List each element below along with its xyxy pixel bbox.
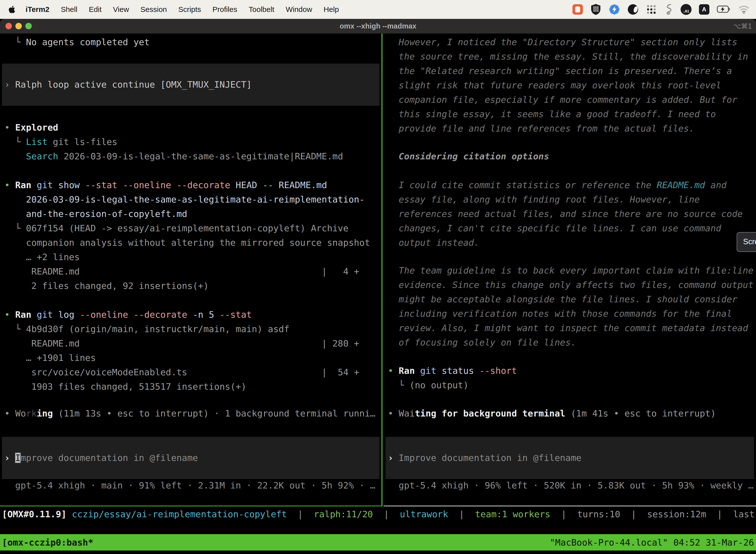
pie-icon[interactable] [628,4,638,15]
terminal-line: • Ran git status --short [388,364,756,378]
terminal-line: output instead. [388,235,756,250]
chat-icon[interactable] [572,4,583,15]
terminal-line: Considering citation options [388,149,756,164]
left-prompt-input[interactable]: › Improve documentation in @filename [2,437,379,479]
terminal-line: the "Related research writing" section i… [388,64,756,78]
terminal-line: └ No agents completed yet [4,35,381,49]
menu-item-edit[interactable]: Edit [83,5,107,14]
terminal-line: › Improve documentation in @filename [4,451,198,465]
terminal-line: src/voice/voiceModeEnabled.ts | 54 + [4,365,381,380]
terminal-line: README.md | 4 + [4,264,381,279]
tmux-session-label[interactable]: [omx-cczip0:bash* [2,537,93,548]
terminal-line: The team guideline is to back every impo… [388,263,756,278]
terminal-line: the source tree, missing the essay. Stil… [388,49,756,64]
terminal-line [4,293,381,308]
right-prompt-input[interactable]: › Improve documentation in @filename [385,437,754,479]
terminal-line: • Ran git show --stat --oneline --decora… [4,178,381,192]
terminal-area[interactable]: └ No agents completed yet › Ralph loop a… [0,34,756,554]
terminal-line: • Working (11m 13s • esc to interrupt) ·… [4,406,381,421]
terminal-line: └ (no output) [388,378,756,392]
right-prompt-text: › Improve documentation in @filename [388,451,581,465]
terminal-line: this single essay, it seems like a good … [388,107,756,121]
terminal-line: gpt-5.4 xhigh · 96% left · 520K in · 5.8… [388,478,756,493]
apple-menu-icon[interactable] [8,5,16,14]
menu-item-shell[interactable]: Shell [55,5,83,14]
terminal-line: including verification notes with those … [388,307,756,321]
terminal-line: companion analysis without altering the … [4,235,381,250]
right-model-status-line: gpt-5.4 xhigh · 96% left · 520K in · 5.8… [383,478,756,493]
menu-items: iTerm2ShellEditViewSessionScriptsProfile… [20,5,344,14]
dots-grid-icon[interactable] [646,4,657,15]
left-model-status-line: gpt-5.4 xhigh · main · 91% left · 2.31M … [0,478,381,493]
terminal-line: 2 files changed, 92 insertions(+) [4,279,381,293]
reasoning-paragraph-3: The team guideline is to back every impo… [383,263,756,350]
pane-divider[interactable] [381,34,382,506]
right-pane[interactable]: However, I noticed the "Directory Struct… [383,34,756,506]
ralph-loop-text: › Ralph loop active continue [OMX_TMUX_I… [4,77,252,92]
menu-item-scripts[interactable]: Scripts [173,5,207,14]
reasoning-paragraph-2: I could cite commit statistics or refere… [383,178,756,250]
menu-item-session[interactable]: Session [135,5,173,14]
terminal-line: • Waiting for background terminal (1m 41… [388,406,756,421]
waiting-status-line: • Waiting for background terminal (1m 41… [383,406,756,421]
squiggle-icon[interactable] [664,4,673,15]
left-pane-bottom-border [0,506,381,506]
reasoning-header: Considering citation options [383,149,756,164]
shield-grid-icon[interactable] [590,4,601,15]
menu-item-toolbelt[interactable]: Toolbelt [243,5,280,14]
terminal-line: However, I noticed the "Directory Struct… [388,35,756,49]
hexagon-bolt-icon[interactable] [609,4,620,15]
terminal-line: companion file, especially if more comme… [388,93,756,107]
title-bar[interactable]: omx --xhigh --madmax ⌥⌘1 [0,19,756,34]
left-pane[interactable]: └ No agents completed yet › Ralph loop a… [0,34,381,506]
menu-item-iterm2[interactable]: iTerm2 [20,5,55,14]
terminal-line: references need actual files, and since … [388,207,756,221]
menu-item-profiles[interactable]: Profiles [207,5,243,14]
terminal-line: [OMX#0.11.9] cczip/essay/ai-reimplementa… [2,507,756,521]
terminal-line: 1903 files changed, 513517 insertions(+) [4,380,381,394]
terminal-line: … +2 lines [4,250,381,264]
badge-61-icon[interactable]: ..61 [681,4,692,15]
terminal-line: slight risk that future readers may over… [388,78,756,93]
terminal-line: › Improve documentation in @filename [388,451,581,465]
tmux-host-clock: "MacBook-Pro-44.local" 04:52 31-Mar-26 [550,537,754,548]
ralph-loop-box[interactable]: › Ralph loop active continue [OMX_TMUX_I… [2,63,379,106]
terminal-line: might be acceptable alongside the file l… [388,292,756,307]
terminal-line: gpt-5.4 xhigh · main · 91% left · 2.31M … [4,478,381,493]
window-shortcut-badge: ⌥⌘1 [734,19,752,34]
reasoning-paragraph-1: However, I noticed the "Directory Struct… [383,35,756,136]
agents-status-line: └ No agents completed yet [0,35,381,49]
terminal-line: of focusing solely on file lines. [388,335,756,350]
terminal-line: … +1901 lines [4,351,381,365]
left-transcript: • Explored └ List git ls-files Search 20… [0,120,381,394]
terminal-line: └ List git ls-files [4,135,381,149]
menu-status-icons: ..61 A [572,4,750,15]
terminal-line: evidence. Since this change only affects… [388,278,756,292]
terminal-line: review. Also, I might want to inspect th… [388,321,756,335]
terminal-line: I could cite commit statistics or refere… [388,178,756,192]
menu-item-window[interactable]: Window [280,5,318,14]
terminal-line: └ 067f154 (HEAD -> essay/ai-reimplementa… [4,221,381,235]
screen-tooltip[interactable]: Scre [737,232,756,252]
terminal-line: › Ralph loop active continue [OMX_TMUX_I… [4,77,252,92]
battery-charging-icon[interactable] [717,5,731,13]
menu-item-help[interactable]: Help [318,5,345,14]
git-status-command: • Ran git status --short └ (no output) [383,364,756,392]
terminal-line: • Ran git log --oneline --decorate -n 5 … [4,308,381,322]
terminal-line: README.md | 280 + [4,336,381,351]
terminal-line: └ 4b9d30f (origin/main, instructkr/main,… [4,322,381,336]
tmux-status-bar[interactable]: [omx-cczip0:bash* "MacBook-Pro-44.local"… [0,534,756,551]
terminal-line: provide file and line references from th… [388,121,756,136]
terminal-line: Search 2026-03-09-is-legal-the-same-as-l… [4,149,381,164]
input-source-icon[interactable]: A [699,4,709,15]
terminal-line [4,164,381,178]
wifi-icon[interactable] [738,5,750,14]
terminal-line: changes, I can't cite specific file line… [388,221,756,235]
menu-bar: iTerm2ShellEditViewSessionScriptsProfile… [0,0,756,19]
terminal-line: 2026-03-09-is-legal-the-same-as-legitima… [4,192,381,207]
left-prompt-text: › Improve documentation in @filename [4,451,198,465]
iterm-window: omx --xhigh --madmax ⌥⌘1 └ No agents com… [0,19,756,554]
window-title: omx --xhigh --madmax [0,19,756,34]
menu-item-view[interactable]: View [107,5,135,14]
working-status-line: • Working (11m 13s • esc to interrupt) ·… [0,406,381,421]
